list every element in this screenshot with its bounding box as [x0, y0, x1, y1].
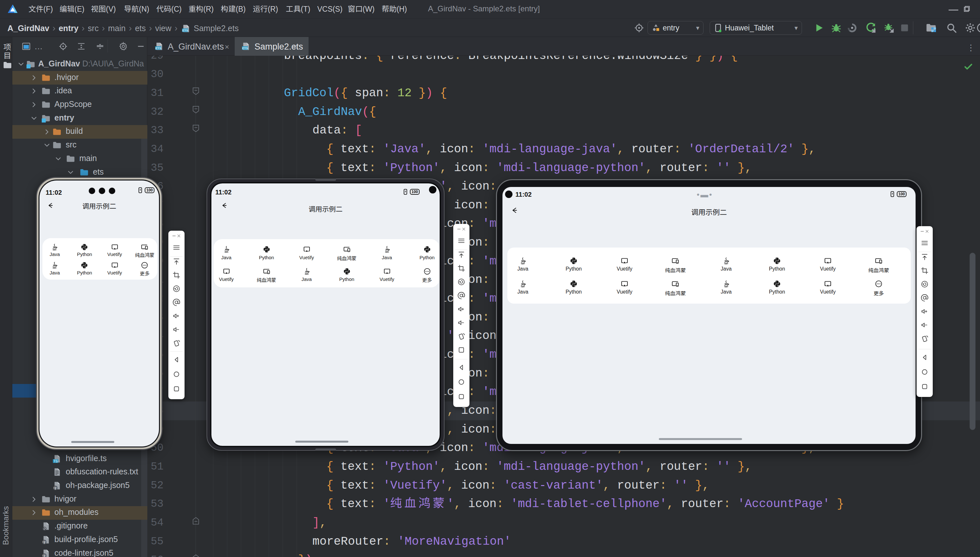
- svg-text:{}: {}: [43, 540, 46, 544]
- svg-text:ETS: ETS: [242, 47, 248, 50]
- svg-text:TS: TS: [54, 459, 58, 463]
- svg-text:ETS: ETS: [156, 47, 161, 50]
- svg-text:ETS: ETS: [182, 29, 188, 32]
- svg-text:{}: {}: [43, 554, 46, 557]
- svg-text:{}: {}: [54, 486, 57, 490]
